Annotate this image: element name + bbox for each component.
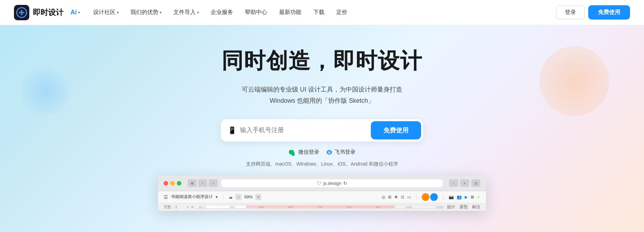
nav-item-pricing[interactable]: 定价 — [331, 7, 352, 18]
feishu-login-button[interactable]: 飞书登录 — [326, 149, 355, 155]
nav-item-enterprise[interactable]: 企业服务 — [206, 7, 238, 18]
reload-icon: ↻ — [343, 181, 347, 186]
app-toolbar: ☰ 书籍阅读类小程序设计 ▾ | ☁ − 69% + ◎ ⊞ ❖ ⊡ ▭ | |… — [158, 191, 486, 203]
frame-icon[interactable]: ⊞ — [388, 195, 391, 200]
phone-input-row: 📱 免费使用 — [221, 119, 423, 142]
phone-icon: 📱 — [228, 126, 237, 135]
avatar-2 — [430, 193, 438, 201]
toolbar-left: ☰ 书籍阅读类小程序设计 ▾ | ☁ − 69% + — [164, 194, 378, 200]
hero-section: 同时创造，即时设计 可云端编辑的专业级 UI 设计工具，为中国设计师量身打造 W… — [0, 25, 644, 232]
tab-prototype[interactable]: 原型 — [459, 204, 468, 210]
up-icon: ∧ — [191, 205, 194, 209]
browser-mockup: ⊞ ‹ › 🛡 js.design ↻ ↑ + ⊡ ☰ 书籍阅读类小程序设计 ▾… — [158, 176, 486, 211]
browser-chrome-bar: ⊞ ‹ › 🛡 js.design ↻ ↑ + ⊡ — [158, 176, 486, 191]
address-bar[interactable]: 🛡 js.design ↻ — [221, 179, 443, 187]
play-icon[interactable]: ▶ — [465, 195, 468, 200]
browser-sidebar-button[interactable]: ⊡ — [471, 179, 480, 187]
chevron-down-icon: ▾ — [160, 10, 162, 14]
feishu-icon — [326, 149, 332, 155]
nav-item-help[interactable]: 帮助中心 — [240, 7, 272, 18]
browser-add-tab-button[interactable]: + — [460, 179, 469, 187]
social-login-row: 微信登录 飞书登录 — [289, 148, 355, 156]
wechat-login-button[interactable]: 微信登录 — [289, 148, 319, 156]
ruler-bar: 页数：1 + ∧ 289.540050060070080088110001100… — [158, 203, 486, 211]
login-button[interactable]: 登录 — [556, 6, 585, 19]
ai-menu[interactable]: Ai ▾ — [70, 9, 80, 16]
target-icon[interactable]: ◎ — [382, 195, 385, 200]
hero-subtitle: 可云端编辑的专业级 UI 设计工具，为中国设计师量身打造 Windows 也能用… — [242, 84, 402, 107]
browser-share-button[interactable]: ↑ — [449, 179, 458, 187]
traffic-lights — [164, 181, 181, 186]
tab-design[interactable]: 设计 — [447, 204, 455, 210]
traffic-light-close[interactable] — [164, 181, 168, 186]
hero-title: 同时创造，即时设计 — [222, 46, 422, 75]
logo-icon — [14, 5, 29, 20]
hero-support-text: 支持网页端、macOS、Windows、Linux、iOS、Android 和微… — [246, 161, 398, 167]
nav-item-import[interactable]: 文件导入 ▾ — [169, 7, 204, 18]
tab-annotate[interactable]: 标注 — [472, 204, 480, 210]
ai-label: Ai — [70, 9, 77, 16]
chevron-down-icon: ▾ — [197, 10, 199, 14]
browser-next-button[interactable]: › — [209, 179, 218, 187]
cloud-icon: ☁ — [229, 195, 233, 200]
wechat-icon — [289, 148, 296, 156]
plus-icon[interactable]: + — [255, 194, 261, 200]
chevron-down-icon: ▾ — [117, 10, 119, 14]
chevron-down-icon: ▾ — [78, 10, 80, 14]
main-nav: 设计社区 ▾ 我们的优势 ▾ 文件导入 ▾ 企业服务 帮助中心 最新功能 下载 … — [88, 7, 556, 18]
traffic-light-maximize[interactable] — [177, 181, 181, 186]
hero-free-button[interactable]: 免费使用 — [371, 121, 421, 139]
add-page-icon[interactable]: + — [187, 205, 189, 209]
users-icon[interactable]: 👥 — [457, 195, 462, 200]
toolbar-right: ◎ ⊞ ❖ ⊡ ▭ | | 📷 👥 ▶ ⊠ ✓ — [382, 193, 480, 201]
browser-forward-button[interactable]: ‹ — [198, 179, 207, 187]
navbar-actions: 登录 免费使用 — [556, 5, 630, 20]
component-icon[interactable]: ❖ — [394, 195, 398, 200]
free-use-button[interactable]: 免费使用 — [588, 5, 630, 20]
project-title[interactable]: 书籍阅读类小程序设计 — [171, 194, 213, 200]
nav-item-design-community[interactable]: 设计社区 ▾ — [88, 7, 123, 18]
share-icon[interactable]: ⊠ — [471, 195, 474, 200]
logo[interactable]: 即时设计 — [14, 5, 63, 20]
navbar: 即时设计 Ai ▾ 设计社区 ▾ 我们的优势 ▾ 文件导入 ▾ 企业服务 帮助中… — [0, 0, 644, 25]
browser-nav-buttons: ⊞ ‹ › — [188, 179, 218, 187]
browser-back-button[interactable]: ⊞ — [188, 179, 197, 187]
page-label: 页数：1 — [164, 204, 185, 210]
camera-icon[interactable]: 📷 — [449, 195, 454, 200]
deco-circle-right — [539, 46, 609, 116]
logo-text: 即时设计 — [33, 7, 63, 18]
canvas-ruler: 289.540050060070080088110001100 — [196, 205, 445, 209]
phone-input[interactable] — [240, 126, 371, 134]
traffic-light-minimize[interactable] — [170, 181, 175, 186]
nav-item-advantages[interactable]: 我们的优势 ▾ — [126, 7, 166, 18]
right-panel-tabs: 设计 原型 标注 — [447, 204, 480, 210]
chevron-down-icon: ▾ — [216, 195, 218, 200]
nav-item-download[interactable]: 下载 — [308, 7, 329, 18]
avatar-1 — [422, 193, 429, 201]
nav-item-features[interactable]: 最新功能 — [274, 7, 306, 18]
shield-icon: 🛡 — [317, 181, 321, 186]
zoom-display: 69% — [244, 195, 253, 200]
menu-icon[interactable]: ☰ — [164, 194, 168, 200]
deco-circle-left — [21, 67, 70, 116]
minus-icon[interactable]: − — [235, 194, 241, 200]
device-icon[interactable]: ▭ — [407, 195, 411, 200]
export-icon[interactable]: ⊡ — [401, 195, 404, 200]
check-icon: ✓ — [477, 195, 480, 200]
